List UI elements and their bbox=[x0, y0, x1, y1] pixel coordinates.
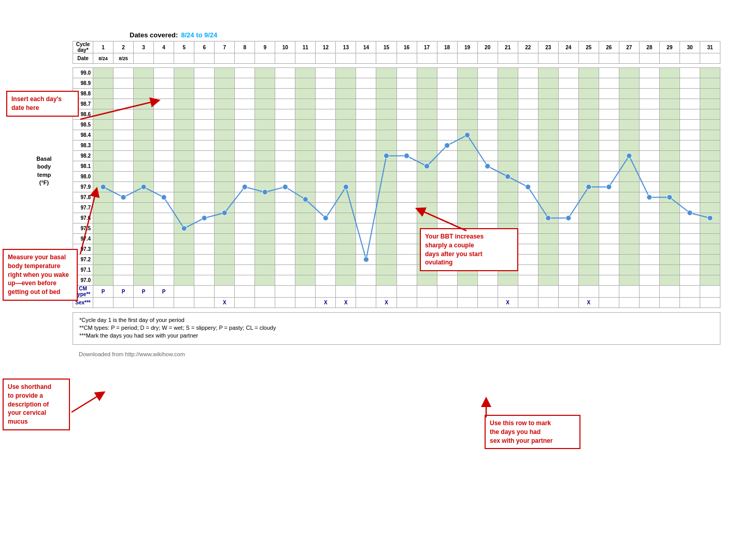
temp-cell bbox=[498, 89, 518, 99]
temp-cell bbox=[255, 275, 275, 286]
temp-cell bbox=[275, 89, 295, 99]
temp-cell bbox=[376, 203, 396, 213]
temp-cell bbox=[215, 89, 235, 99]
temp-cell bbox=[134, 234, 154, 244]
date-cell: 8/25 bbox=[114, 53, 134, 64]
temp-cell bbox=[679, 275, 700, 286]
temp-cell bbox=[639, 99, 659, 109]
temp-cell bbox=[154, 68, 174, 78]
temp-cell bbox=[194, 223, 215, 234]
temp-cell bbox=[114, 120, 134, 130]
temp-cell bbox=[255, 213, 275, 223]
sex-cell bbox=[558, 298, 578, 308]
temp-cell bbox=[659, 255, 679, 265]
cycle-day-cell: 4 bbox=[154, 41, 174, 53]
sex-cell bbox=[599, 298, 619, 308]
temp-cell bbox=[477, 120, 498, 130]
temp-cell bbox=[578, 255, 599, 265]
temp-cell bbox=[275, 223, 295, 234]
temp-label: 99.0 bbox=[73, 68, 93, 78]
temp-row: 97.6 bbox=[73, 213, 720, 223]
temp-cell bbox=[558, 234, 578, 244]
temp-cell bbox=[659, 244, 679, 255]
temp-cell bbox=[255, 192, 275, 203]
temp-cell bbox=[194, 99, 215, 109]
temp-cell bbox=[215, 151, 235, 161]
temp-cell bbox=[235, 78, 255, 89]
temp-cell bbox=[134, 255, 154, 265]
temp-cell bbox=[114, 265, 134, 275]
temp-cell bbox=[114, 151, 134, 161]
date-cell bbox=[275, 53, 295, 64]
temp-cell bbox=[93, 99, 114, 109]
temp-cell bbox=[477, 68, 498, 78]
temp-row: 98.0 bbox=[73, 172, 720, 182]
notes-section: *Cycle day 1 is the first day of your pe… bbox=[73, 312, 720, 345]
temp-label: 97.7 bbox=[73, 203, 93, 213]
date-cell bbox=[599, 53, 619, 64]
sex-cell bbox=[154, 298, 174, 308]
date-cell bbox=[639, 53, 659, 64]
temp-cell bbox=[154, 192, 174, 203]
temp-cell bbox=[93, 78, 114, 89]
temp-cell bbox=[599, 223, 619, 234]
temp-cell bbox=[659, 68, 679, 78]
temp-cell bbox=[215, 182, 235, 192]
temp-cell bbox=[316, 223, 336, 234]
temp-label: 98.4 bbox=[73, 130, 93, 141]
temp-cell bbox=[578, 68, 599, 78]
temp-cell bbox=[356, 109, 376, 120]
temp-cell bbox=[114, 223, 134, 234]
temp-cell bbox=[356, 161, 376, 172]
temp-cell bbox=[457, 275, 477, 286]
temp-cell bbox=[679, 120, 700, 130]
temp-cell bbox=[679, 172, 700, 182]
temp-cell bbox=[356, 192, 376, 203]
temp-cell bbox=[356, 89, 376, 99]
cycle-day-cell: 3 bbox=[134, 41, 154, 53]
temp-cell bbox=[154, 275, 174, 286]
temp-row: 98.5 bbox=[73, 120, 720, 130]
temp-cell bbox=[316, 120, 336, 130]
temp-cell bbox=[93, 151, 114, 161]
temp-cell bbox=[518, 192, 538, 203]
temp-cell bbox=[619, 265, 639, 275]
sex-cell bbox=[538, 298, 558, 308]
temp-cell bbox=[295, 255, 316, 265]
temp-cell bbox=[295, 182, 316, 192]
temp-cell bbox=[255, 151, 275, 161]
temp-cell bbox=[518, 68, 538, 78]
temp-cell bbox=[457, 68, 477, 78]
temp-cell bbox=[639, 255, 659, 265]
temp-cell bbox=[114, 192, 134, 203]
temp-cell bbox=[215, 141, 235, 151]
temp-cell bbox=[578, 244, 599, 255]
temp-cell bbox=[275, 213, 295, 223]
temp-cell bbox=[578, 182, 599, 192]
temp-cell bbox=[356, 213, 376, 223]
temp-cell bbox=[417, 203, 437, 213]
temp-cell bbox=[659, 120, 679, 130]
temp-cell bbox=[114, 234, 134, 244]
temp-cell bbox=[154, 182, 174, 192]
temp-cell bbox=[639, 172, 659, 182]
bbt-increases-annotation: Your BBT increases sharply a couple days… bbox=[420, 228, 518, 271]
temp-cell bbox=[235, 68, 255, 78]
temp-cell bbox=[417, 151, 437, 161]
cycle-day-cell: 15 bbox=[376, 41, 396, 53]
temp-cell bbox=[295, 99, 316, 109]
cycle-day-cell: 16 bbox=[396, 41, 417, 53]
temp-cell bbox=[275, 244, 295, 255]
temp-cell bbox=[396, 203, 417, 213]
temp-cell bbox=[578, 161, 599, 172]
temp-cell bbox=[174, 141, 194, 151]
temp-row: 98.6 bbox=[73, 109, 720, 120]
temp-cell bbox=[498, 203, 518, 213]
page-wrapper: Dates covered: 8/24 to 9/24 Basalbodytem… bbox=[0, 0, 737, 560]
temp-cell bbox=[336, 172, 356, 182]
cycle-day-cell: 20 bbox=[477, 41, 498, 53]
temp-cell bbox=[659, 213, 679, 223]
temp-cell bbox=[578, 172, 599, 182]
cm-cell bbox=[396, 286, 417, 298]
temp-cell bbox=[498, 151, 518, 161]
